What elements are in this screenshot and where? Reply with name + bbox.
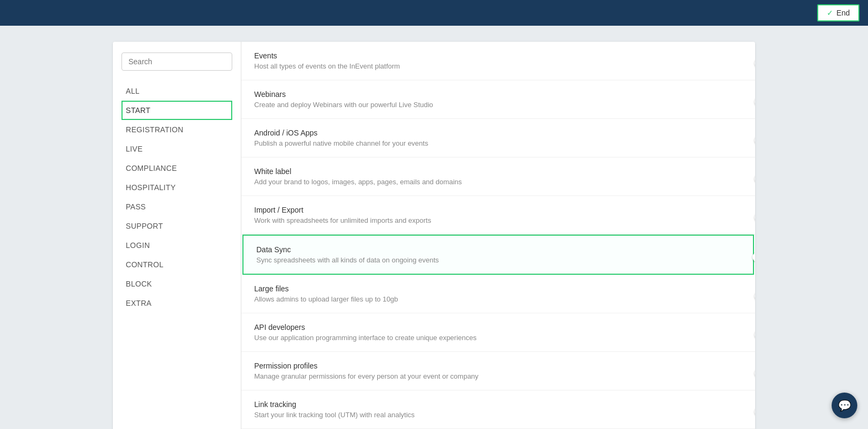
feature-title-events: Events — [254, 51, 400, 60]
sidebar: ALLSTARTREGISTRATIONLIVECOMPLIANCEHOSPIT… — [113, 42, 241, 429]
feature-text-webinars: WebinarsCreate and deploy Webinars with … — [254, 90, 433, 109]
feature-item-data-sync: Data SyncSync spreadsheets with all kind… — [242, 235, 754, 275]
sidebar-item-block[interactable]: BLOCK — [121, 274, 232, 293]
chat-button[interactable]: 💬 — [832, 393, 857, 418]
top-bar: ✓ End — [0, 0, 868, 26]
feature-desc-white-label: Add your brand to logos, images, apps, p… — [254, 178, 462, 186]
feature-title-white-label: White label — [254, 167, 462, 176]
sidebar-item-login[interactable]: LOGIN — [121, 236, 232, 255]
feature-item-android-ios: Android / iOS AppsPublish a powerful nat… — [241, 119, 755, 157]
check-icon: ✓ — [827, 9, 833, 17]
feature-item-import-export: Import / ExportWork with spreadsheets fo… — [241, 196, 755, 235]
feature-text-white-label: White labelAdd your brand to logos, imag… — [254, 167, 462, 186]
sidebar-item-compliance[interactable]: COMPLIANCE — [121, 159, 232, 178]
feature-desc-events: Host all types of events on the InEvent … — [254, 62, 400, 70]
feature-item-link-tracking: Link trackingStart your link tracking to… — [241, 390, 755, 429]
feature-text-data-sync: Data SyncSync spreadsheets with all kind… — [256, 245, 439, 264]
feature-desc-webinars: Create and deploy Webinars with our powe… — [254, 101, 433, 109]
search-input[interactable] — [121, 52, 232, 71]
feature-text-import-export: Import / ExportWork with spreadsheets fo… — [254, 206, 431, 224]
feature-title-link-tracking: Link tracking — [254, 400, 415, 409]
feature-desc-link-tracking: Start your link tracking tool (UTM) with… — [254, 411, 415, 419]
feature-text-permission-profiles: Permission profilesManage granular permi… — [254, 362, 478, 380]
sidebar-item-extra[interactable]: EXTRA — [121, 293, 232, 313]
feature-title-data-sync: Data Sync — [256, 245, 439, 254]
panel: ALLSTARTREGISTRATIONLIVECOMPLIANCEHOSPIT… — [113, 42, 755, 429]
main-container: ALLSTARTREGISTRATIONLIVECOMPLIANCEHOSPIT… — [0, 26, 868, 429]
feature-item-api-developers: API developersUse our application progra… — [241, 313, 755, 352]
sidebar-item-live[interactable]: LIVE — [121, 139, 232, 159]
feature-desc-large-files: Allows admins to upload larger files up … — [254, 295, 398, 303]
sidebar-item-all[interactable]: ALL — [121, 81, 232, 101]
end-button[interactable]: ✓ End — [817, 4, 859, 21]
sidebar-item-control[interactable]: CONTROL — [121, 255, 232, 274]
feature-list: EventsHost all types of events on the In… — [241, 42, 755, 429]
feature-item-permission-profiles: Permission profilesManage granular permi… — [241, 352, 755, 390]
feature-title-android-ios: Android / iOS Apps — [254, 129, 428, 137]
feature-desc-import-export: Work with spreadsheets for unlimited imp… — [254, 216, 431, 224]
feature-desc-permission-profiles: Manage granular permissions for every pe… — [254, 372, 478, 380]
feature-title-import-export: Import / Export — [254, 206, 431, 214]
sidebar-nav: ALLSTARTREGISTRATIONLIVECOMPLIANCEHOSPIT… — [121, 81, 232, 313]
sidebar-item-start[interactable]: START — [121, 101, 232, 120]
feature-text-link-tracking: Link trackingStart your link tracking to… — [254, 400, 415, 419]
feature-item-webinars: WebinarsCreate and deploy Webinars with … — [241, 80, 755, 119]
sidebar-item-hospitality[interactable]: HOSPITALITY — [121, 178, 232, 197]
feature-desc-data-sync: Sync spreadsheets with all kinds of data… — [256, 256, 439, 264]
feature-item-events: EventsHost all types of events on the In… — [241, 42, 755, 80]
feature-title-webinars: Webinars — [254, 90, 433, 99]
content-area[interactable]: EventsHost all types of events on the In… — [241, 42, 755, 429]
feature-desc-android-ios: Publish a powerful native mobile channel… — [254, 139, 428, 147]
sidebar-item-support[interactable]: SUPPORT — [121, 216, 232, 236]
feature-item-large-files: Large filesAllows admins to upload large… — [241, 275, 755, 313]
chat-icon: 💬 — [838, 399, 851, 412]
feature-text-large-files: Large filesAllows admins to upload large… — [254, 284, 398, 303]
feature-text-android-ios: Android / iOS AppsPublish a powerful nat… — [254, 129, 428, 147]
feature-text-api-developers: API developersUse our application progra… — [254, 323, 477, 342]
feature-text-events: EventsHost all types of events on the In… — [254, 51, 400, 70]
feature-title-api-developers: API developers — [254, 323, 477, 332]
feature-item-white-label: White labelAdd your brand to logos, imag… — [241, 157, 755, 196]
sidebar-item-registration[interactable]: REGISTRATION — [121, 120, 232, 139]
feature-desc-api-developers: Use our application programming interfac… — [254, 334, 477, 342]
feature-title-permission-profiles: Permission profiles — [254, 362, 478, 370]
end-label: End — [836, 9, 850, 17]
sidebar-item-pass[interactable]: PASS — [121, 197, 232, 216]
feature-title-large-files: Large files — [254, 284, 398, 293]
